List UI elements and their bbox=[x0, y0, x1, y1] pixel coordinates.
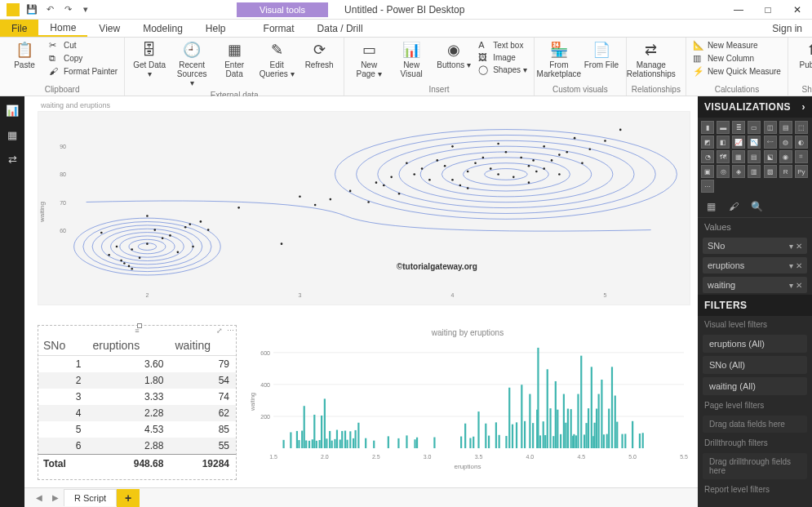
viz-header[interactable]: VISUALIZATIONS › bbox=[698, 96, 812, 118]
viz-type-icon[interactable]: 📉 bbox=[748, 136, 761, 149]
manage-relationships-button[interactable]: ⇄Manage Relationships bbox=[632, 39, 671, 80]
format-tab-icon[interactable]: 🖌 bbox=[727, 200, 740, 213]
chip-sno[interactable]: SNo▾ ✕ bbox=[703, 238, 807, 254]
table-visual[interactable]: ≡ ⤢ ⋯ SNo eruptions waiting 13.607921.80… bbox=[38, 325, 237, 480]
viz-type-icon[interactable]: ◍ bbox=[779, 136, 792, 149]
drill-filters-drop[interactable]: Drag drillthrough fields here bbox=[703, 453, 807, 479]
marketplace-button[interactable]: 🏪From Marketplace bbox=[539, 39, 579, 80]
chip-sno-remove[interactable]: ▾ ✕ bbox=[789, 242, 802, 251]
col-eruptions[interactable]: eruptions bbox=[88, 336, 171, 356]
viz-type-icon[interactable]: ◔ bbox=[701, 150, 714, 163]
menu-modeling[interactable]: Modeling bbox=[131, 20, 194, 37]
visual-tools-tab[interactable]: Visual tools bbox=[237, 2, 328, 17]
viz-type-icon[interactable]: ◫ bbox=[764, 121, 777, 134]
fields-tab-icon[interactable]: ▦ bbox=[704, 200, 717, 213]
viz-type-icon[interactable]: R bbox=[779, 165, 792, 178]
viz-type-icon[interactable]: ▭ bbox=[748, 121, 761, 134]
report-view-icon[interactable]: 📊 bbox=[5, 103, 20, 118]
qat-dropdown-icon[interactable]: ▾ bbox=[78, 2, 93, 17]
new-column-button[interactable]: ▥New Column bbox=[691, 52, 783, 64]
image-button[interactable]: 🖼Image bbox=[477, 51, 529, 63]
viz-type-icon[interactable]: ≣ bbox=[732, 121, 745, 134]
sign-in-link[interactable]: Sign in bbox=[762, 20, 812, 37]
page-filters-drop[interactable]: Drag data fields here bbox=[703, 416, 807, 433]
paste-button[interactable]: 📋Paste bbox=[5, 39, 44, 71]
maximize-button[interactable]: □ bbox=[753, 0, 783, 20]
save-icon[interactable]: 💾 bbox=[24, 2, 39, 17]
viz-type-icon[interactable]: ◐ bbox=[795, 136, 808, 149]
page-prev[interactable]: ◀ bbox=[31, 490, 47, 506]
viz-type-icon[interactable]: 🗺 bbox=[717, 150, 730, 163]
viz-type-icon[interactable]: ▦ bbox=[732, 150, 745, 163]
viz-type-icon[interactable]: ⋯ bbox=[701, 180, 714, 193]
resize-handle[interactable] bbox=[137, 323, 142, 328]
more-options-icon[interactable]: ⋯ bbox=[227, 327, 234, 335]
redo-icon[interactable]: ↷ bbox=[60, 2, 75, 17]
text-box-button[interactable]: AText box bbox=[477, 39, 529, 51]
model-view-icon[interactable]: ⇄ bbox=[5, 152, 20, 167]
filter-eruptions[interactable]: eruptions (All) bbox=[703, 335, 807, 353]
viz-type-icon[interactable]: ◧ bbox=[717, 136, 730, 149]
viz-type-icon[interactable]: ▤ bbox=[748, 150, 761, 163]
viz-type-icon[interactable]: ⬳ bbox=[764, 136, 777, 149]
data-view-icon[interactable]: ▦ bbox=[5, 127, 20, 142]
page-next[interactable]: ▶ bbox=[47, 490, 64, 506]
report-canvas[interactable]: waiting and eruptions 234560708090 erupt… bbox=[24, 96, 698, 507]
recent-sources-button[interactable]: 🕘Recent Sources ▾ bbox=[172, 39, 211, 89]
filter-waiting[interactable]: waiting (All) bbox=[703, 377, 807, 395]
col-sno[interactable]: SNo bbox=[38, 336, 88, 356]
viz-type-icon[interactable]: ▣ bbox=[701, 165, 714, 178]
new-measure-button[interactable]: 📐New Measure bbox=[691, 39, 783, 51]
format-painter-button[interactable]: 🖌Format Painter bbox=[47, 65, 119, 77]
table-row[interactable]: 62.8855 bbox=[38, 438, 236, 455]
viz-type-icon[interactable]: ▬ bbox=[717, 121, 730, 134]
menu-help[interactable]: Help bbox=[194, 20, 237, 37]
viz-type-icon[interactable]: ◎ bbox=[717, 165, 730, 178]
viz-type-icon[interactable]: ⌗ bbox=[795, 150, 808, 163]
table-row[interactable]: 54.5385 bbox=[38, 421, 236, 438]
table-row[interactable]: 42.2862 bbox=[38, 405, 236, 421]
page-tab-rscript[interactable]: R Script bbox=[64, 489, 117, 506]
chip-eruptions-remove[interactable]: ▾ ✕ bbox=[789, 261, 802, 270]
cut-button[interactable]: ✂Cut bbox=[47, 39, 119, 51]
edit-queries-button[interactable]: ✎Edit Queries ▾ bbox=[257, 39, 296, 80]
viz-type-icon[interactable]: ▧ bbox=[764, 165, 777, 178]
shapes-button[interactable]: ◯Shapes ▾ bbox=[477, 64, 529, 76]
menu-data-drill[interactable]: Data / Drill bbox=[306, 20, 375, 37]
analytics-tab-icon[interactable]: 🔍 bbox=[750, 200, 763, 213]
buttons-button[interactable]: ◉Buttons ▾ bbox=[434, 39, 473, 71]
table-row[interactable]: 21.8054 bbox=[38, 372, 236, 389]
menu-file[interactable]: File bbox=[0, 20, 38, 37]
close-button[interactable]: ✕ bbox=[783, 0, 812, 20]
col-waiting[interactable]: waiting bbox=[170, 336, 236, 356]
viz-type-icon[interactable]: ▤ bbox=[779, 121, 792, 134]
enter-data-button[interactable]: ▦Enter Data bbox=[215, 39, 254, 80]
viz-type-icon[interactable]: ◩ bbox=[701, 136, 714, 149]
viz-type-icon[interactable]: ⬚ bbox=[795, 121, 808, 134]
quick-measure-button[interactable]: ⚡New Quick Measure bbox=[691, 65, 783, 78]
menu-home[interactable]: Home bbox=[38, 20, 87, 37]
viz-type-icon[interactable]: Py bbox=[795, 165, 808, 178]
viz-type-icon[interactable]: ▥ bbox=[748, 165, 761, 178]
chip-waiting[interactable]: waiting▾ ✕ bbox=[703, 277, 807, 293]
chevron-right-icon[interactable]: › bbox=[802, 101, 806, 113]
refresh-button[interactable]: ⟳Refresh bbox=[300, 39, 339, 71]
bar-visual[interactable]: waiting by eruptions 2004006001.52.02.53… bbox=[245, 325, 690, 480]
undo-icon[interactable]: ↶ bbox=[42, 2, 57, 17]
page-add-button[interactable]: + bbox=[117, 489, 140, 507]
viz-type-icon[interactable]: ▮ bbox=[701, 121, 714, 134]
viz-type-icon[interactable]: ◉ bbox=[779, 150, 792, 163]
viz-type-icon[interactable]: ◈ bbox=[732, 165, 745, 178]
menu-view[interactable]: View bbox=[87, 20, 131, 37]
chip-waiting-remove[interactable]: ▾ ✕ bbox=[789, 281, 802, 290]
minimize-button[interactable]: — bbox=[724, 0, 753, 20]
menu-format[interactable]: Format bbox=[252, 20, 306, 37]
viz-type-icon[interactable]: 📈 bbox=[732, 136, 745, 149]
viz-type-icon[interactable]: ⬕ bbox=[764, 150, 777, 163]
filters-header[interactable]: FILTERS bbox=[698, 295, 812, 316]
publish-button[interactable]: ⬆Publish bbox=[793, 39, 812, 71]
new-page-button[interactable]: ▭New Page ▾ bbox=[349, 39, 388, 80]
table-row[interactable]: 33.3374 bbox=[38, 389, 236, 405]
get-data-button[interactable]: 🗄Get Data ▾ bbox=[130, 39, 169, 80]
focus-mode-icon[interactable]: ⤢ bbox=[216, 327, 223, 335]
